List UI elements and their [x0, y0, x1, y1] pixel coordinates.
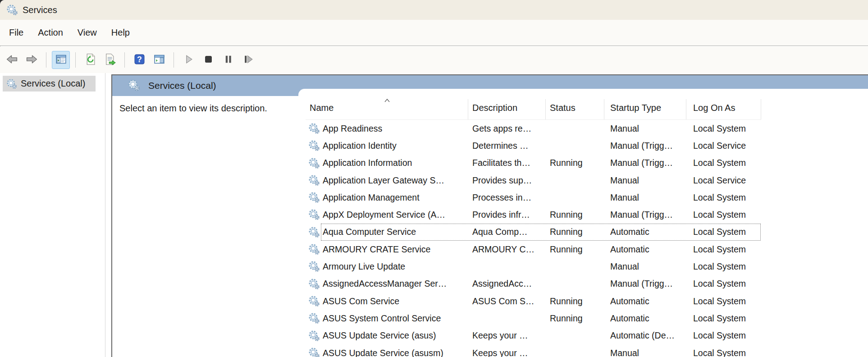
- toolbar-separator: [124, 52, 125, 68]
- menu-help[interactable]: Help: [104, 25, 137, 41]
- service-row[interactable]: ASUS Com ServiceASUS Com S…RunningAutoma…: [306, 293, 761, 310]
- services-gears-icon: [6, 78, 17, 89]
- cell-description: Gets apps re…: [468, 124, 546, 134]
- cell-name: ARMOURY CRATE Service: [306, 244, 468, 255]
- services-list: NameDescriptionStatusStartup TypeLog On …: [306, 96, 761, 357]
- cell-log-on-as: Local System: [686, 279, 761, 289]
- cell-description: Determines …: [468, 141, 546, 151]
- service-row[interactable]: App ReadinessGets apps re…ManualLocal Sy…: [306, 120, 761, 137]
- service-row[interactable]: ASUS Update Service (asus)Keeps your …Au…: [306, 327, 761, 344]
- content-area: Services (Local) Services (Local) Select…: [0, 73, 868, 357]
- cell-status: Running: [546, 244, 604, 255]
- cell-log-on-as: Local Service: [686, 141, 761, 151]
- service-gears-icon: [308, 278, 320, 290]
- description-pane-text: Select an item to view its description.: [119, 103, 296, 114]
- cell-name: Application Management: [306, 192, 468, 203]
- service-gears-icon: [308, 209, 320, 220]
- cell-name: AppX Deployment Service (A…: [306, 210, 468, 220]
- help-icon: ?: [133, 53, 146, 67]
- column-header-status[interactable]: Status: [546, 96, 604, 119]
- cell-startup-type: Manual: [604, 124, 686, 134]
- cell-name: ASUS Com Service: [306, 296, 468, 307]
- cell-startup-type: Manual: [604, 175, 686, 186]
- cell-description: Keeps your …: [468, 330, 546, 341]
- export-list-icon: [104, 53, 116, 67]
- service-row[interactable]: Application InformationFacilitates th…Ru…: [306, 155, 761, 172]
- column-header-label: Description: [472, 103, 517, 113]
- column-header-name[interactable]: Name: [306, 96, 468, 119]
- cell-startup-type: Manual (Trigg…: [604, 158, 686, 168]
- list-column-headers: NameDescriptionStatusStartup TypeLog On …: [306, 96, 761, 120]
- cell-name: App Readiness: [306, 124, 468, 134]
- tree-item-services-local[interactable]: Services (Local): [3, 76, 96, 92]
- svg-text:?: ?: [137, 55, 142, 64]
- service-row[interactable]: AppX Deployment Service (A…Provides infr…: [306, 206, 761, 223]
- cell-name: AssignedAccessManager Ser…: [306, 279, 468, 289]
- cell-startup-type: Automatic: [604, 296, 686, 307]
- show-action-pane-icon: [153, 53, 165, 67]
- cell-name: ASUS Update Service (asus): [306, 330, 468, 341]
- console-tree-panel: Services (Local): [0, 73, 105, 357]
- menu-view[interactable]: View: [70, 25, 104, 41]
- toolbar: ?: [0, 46, 868, 73]
- cell-log-on-as: Local System: [686, 227, 761, 237]
- cell-startup-type: Automatic (De…: [604, 330, 686, 341]
- cell-log-on-as: Local System: [686, 192, 761, 203]
- services-window: Services FileActionViewHelp ? Services (…: [0, 0, 868, 357]
- export-list-button[interactable]: [101, 51, 119, 69]
- cell-status: Running: [546, 313, 604, 324]
- service-row[interactable]: ASUS System Control ServiceRunningAutoma…: [306, 310, 761, 327]
- help-button[interactable]: ?: [130, 51, 148, 69]
- pause-service-button[interactable]: [219, 51, 237, 69]
- service-row[interactable]: Application IdentityDetermines …Manual (…: [306, 137, 761, 154]
- service-gears-icon: [308, 123, 320, 134]
- show-console-tree-icon: [55, 53, 67, 67]
- cell-log-on-as: Local System: [686, 210, 761, 220]
- service-row[interactable]: AssignedAccessManager Ser…AssignedAcc…Ma…: [306, 275, 761, 293]
- cell-name: ASUS Update Service (asusm): [306, 348, 468, 357]
- toolbar-separator: [46, 52, 46, 68]
- menu-bar: FileActionViewHelp: [0, 20, 868, 46]
- cell-startup-type: Automatic: [604, 244, 686, 255]
- cell-startup-type: Manual: [604, 348, 686, 357]
- service-gears-icon: [308, 192, 320, 203]
- service-row[interactable]: ARMOURY CRATE ServiceARMOURY C…RunningAu…: [306, 241, 761, 258]
- services-gears-icon: [128, 79, 140, 92]
- restart-service-button[interactable]: [239, 51, 257, 69]
- service-row[interactable]: ASUS Update Service (asusm)Keeps your …M…: [306, 344, 761, 357]
- service-gears-icon: [308, 261, 320, 272]
- service-row[interactable]: Aqua Computer ServiceAqua Comp…RunningAu…: [306, 224, 761, 241]
- back-button[interactable]: [3, 51, 21, 69]
- refresh-button[interactable]: [81, 51, 99, 69]
- title-bar: Services: [0, 0, 868, 20]
- column-header-log-on-as[interactable]: Log On As: [686, 96, 761, 119]
- service-row[interactable]: Armoury Live UpdateManualLocal System: [306, 258, 761, 275]
- cell-name: Aqua Computer Service: [306, 227, 468, 237]
- column-header-description[interactable]: Description: [468, 96, 546, 119]
- start-service-button[interactable]: [179, 51, 197, 69]
- forward-button[interactable]: [23, 51, 41, 69]
- main-panel: Services (Local) Select an item to view …: [111, 74, 868, 357]
- cell-log-on-as: Local System: [686, 124, 761, 134]
- list-rows: App ReadinessGets apps re…ManualLocal Sy…: [306, 120, 761, 357]
- pane-header-title: Services (Local): [148, 80, 216, 91]
- menu-file[interactable]: File: [2, 25, 31, 41]
- services-gears-icon: [6, 4, 18, 16]
- pause-service-icon: [222, 53, 234, 67]
- service-row[interactable]: Application Layer Gateway S…Provides sup…: [306, 172, 761, 189]
- cell-status: Running: [546, 296, 604, 307]
- cell-description: Processes in…: [468, 192, 546, 203]
- stop-service-button[interactable]: [199, 51, 217, 69]
- cell-description: ASUS Com S…: [468, 296, 546, 307]
- service-gears-icon: [308, 330, 320, 342]
- show-console-tree-button[interactable]: [52, 51, 70, 69]
- show-action-pane-button[interactable]: [150, 51, 168, 69]
- cell-description: Keeps your …: [468, 348, 546, 357]
- cell-log-on-as: Local System: [686, 296, 761, 307]
- back-icon: [6, 53, 18, 67]
- service-row[interactable]: Application ManagementProcesses in…Manua…: [306, 189, 761, 206]
- menu-action[interactable]: Action: [31, 25, 70, 41]
- cell-name: ASUS System Control Service: [306, 313, 468, 324]
- column-header-startup-type[interactable]: Startup Type: [604, 96, 686, 119]
- cell-name: Application Identity: [306, 141, 468, 151]
